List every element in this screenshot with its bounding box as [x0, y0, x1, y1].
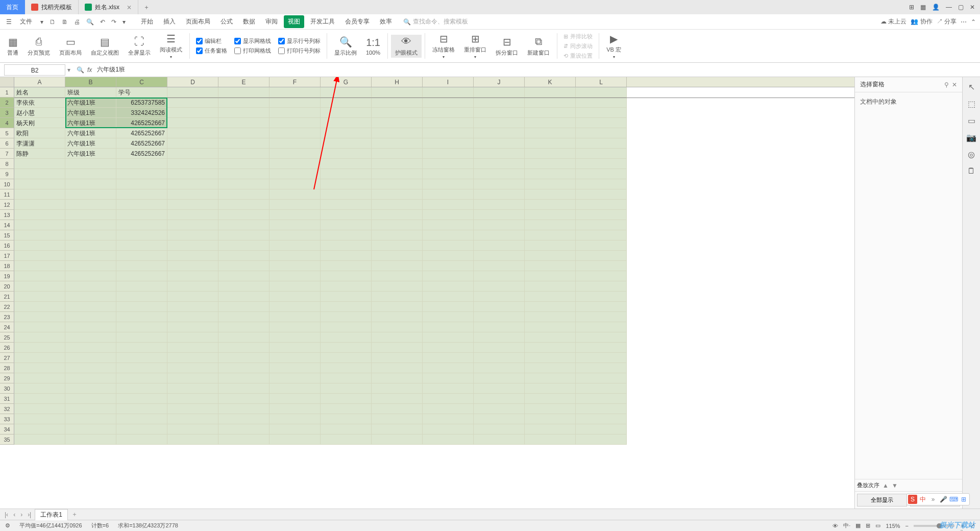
cell[interactable]: [218, 240, 270, 251]
cell[interactable]: [474, 363, 525, 373]
cell[interactable]: [372, 128, 423, 138]
row-header[interactable]: 29: [0, 373, 14, 383]
zoom-ratio[interactable]: 🔍显示比例: [330, 35, 361, 58]
col-header-I[interactable]: I: [423, 77, 474, 87]
cell[interactable]: [423, 373, 474, 383]
cell[interactable]: [270, 240, 321, 251]
row-header[interactable]: 26: [0, 343, 14, 353]
cell[interactable]: [423, 383, 474, 394]
settings-icon[interactable]: ⚙: [5, 522, 10, 529]
cell[interactable]: [474, 302, 525, 312]
cell[interactable]: [423, 98, 474, 108]
cell[interactable]: [167, 200, 218, 210]
cell[interactable]: [218, 312, 270, 322]
freeze-panes[interactable]: ⊟冻结窗格▾: [428, 32, 459, 60]
cell[interactable]: [167, 108, 218, 118]
cell[interactable]: [65, 302, 116, 312]
cell[interactable]: [14, 373, 65, 383]
menu-start[interactable]: 开始: [137, 15, 157, 28]
cell[interactable]: [321, 179, 372, 189]
cell[interactable]: [65, 404, 116, 414]
cell[interactable]: [167, 383, 218, 394]
row-header[interactable]: 19: [0, 271, 14, 281]
select-icon[interactable]: ⬚: [968, 99, 975, 109]
cell[interactable]: [474, 169, 525, 179]
cell[interactable]: [116, 281, 167, 292]
cell[interactable]: [270, 159, 321, 169]
col-header-C[interactable]: C: [116, 77, 167, 87]
cell[interactable]: 欧阳: [14, 128, 65, 138]
cell[interactable]: [116, 261, 167, 271]
cell[interactable]: [218, 353, 270, 363]
cell[interactable]: [372, 363, 423, 373]
cell[interactable]: [270, 312, 321, 322]
cell[interactable]: [270, 373, 321, 383]
cell[interactable]: [423, 424, 474, 435]
cell[interactable]: [167, 332, 218, 343]
cell[interactable]: [474, 108, 525, 118]
cell[interactable]: [372, 394, 423, 404]
cell[interactable]: [423, 138, 474, 149]
redo-icon[interactable]: ↷: [109, 16, 118, 28]
cell[interactable]: [321, 200, 372, 210]
name-box[interactable]: B2: [4, 64, 65, 76]
cell[interactable]: [14, 414, 65, 424]
cell[interactable]: [423, 251, 474, 261]
cell[interactable]: [321, 159, 372, 169]
cell[interactable]: [372, 404, 423, 414]
expand-icon[interactable]: ⌃: [971, 18, 976, 26]
sheet-first-icon[interactable]: |‹: [3, 511, 10, 518]
cell[interactable]: 六年级1班: [65, 149, 116, 159]
cell[interactable]: [525, 108, 576, 118]
cell[interactable]: [116, 424, 167, 435]
cell[interactable]: [167, 424, 218, 435]
cell[interactable]: [116, 312, 167, 322]
cell[interactable]: [14, 363, 65, 373]
cell[interactable]: [423, 261, 474, 271]
cell[interactable]: [167, 281, 218, 292]
cell[interactable]: [474, 271, 525, 281]
row-header[interactable]: 33: [0, 414, 14, 424]
cell[interactable]: [423, 230, 474, 240]
panel-pin-icon[interactable]: ⚲: [944, 81, 949, 88]
cell[interactable]: [321, 312, 372, 322]
cell[interactable]: [525, 281, 576, 292]
zoom-100[interactable]: 1:1100%: [362, 35, 384, 57]
cell[interactable]: [167, 98, 218, 108]
cell[interactable]: [218, 271, 270, 281]
row-header[interactable]: 31: [0, 394, 14, 404]
cell[interactable]: [218, 210, 270, 220]
cell[interactable]: [14, 343, 65, 353]
cell[interactable]: [576, 292, 627, 302]
cell[interactable]: 李潇潇: [14, 138, 65, 149]
cell[interactable]: [270, 128, 321, 138]
cell[interactable]: [321, 128, 372, 138]
cell[interactable]: [218, 128, 270, 138]
target-icon[interactable]: ◎: [968, 150, 975, 159]
cell[interactable]: [270, 210, 321, 220]
cell[interactable]: [116, 414, 167, 424]
cell[interactable]: [270, 138, 321, 149]
cell[interactable]: [372, 424, 423, 435]
cell[interactable]: [116, 210, 167, 220]
cell[interactable]: [65, 230, 116, 240]
close-tab-icon[interactable]: ⨯: [127, 4, 132, 11]
cell[interactable]: [474, 251, 525, 261]
row-header[interactable]: 17: [0, 251, 14, 261]
eye-status-icon[interactable]: 👁: [832, 523, 838, 529]
cell[interactable]: [321, 363, 372, 373]
cell[interactable]: [525, 210, 576, 220]
cell[interactable]: [525, 179, 576, 189]
cell[interactable]: [576, 149, 627, 159]
cell[interactable]: [218, 404, 270, 414]
file-menu[interactable]: 文件: [16, 15, 36, 28]
cell[interactable]: [372, 210, 423, 220]
share-button[interactable]: ↗ 分享: [937, 17, 957, 26]
cell[interactable]: 陈静: [14, 149, 65, 159]
cell[interactable]: [525, 424, 576, 435]
cell[interactable]: [372, 108, 423, 118]
cell[interactable]: [372, 271, 423, 281]
cell[interactable]: [474, 261, 525, 271]
cell[interactable]: [321, 404, 372, 414]
cell[interactable]: [525, 363, 576, 373]
